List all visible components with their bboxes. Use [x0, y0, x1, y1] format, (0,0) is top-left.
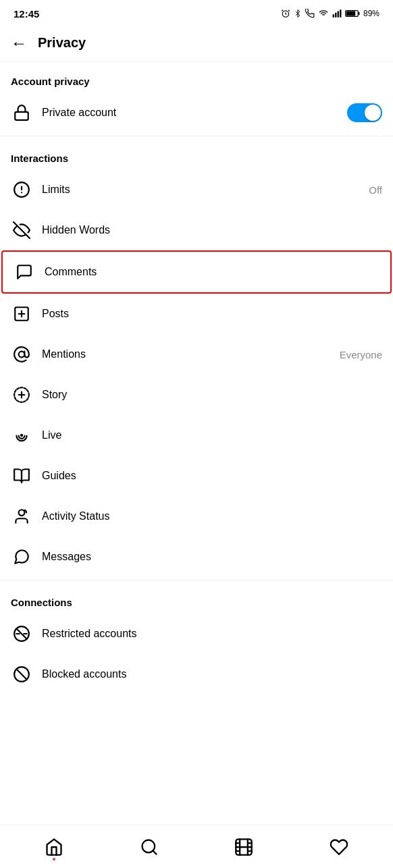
alarm-icon	[281, 9, 290, 18]
menu-item-blocked-accounts[interactable]: Blocked accounts	[0, 654, 393, 695]
menu-item-messages[interactable]: Messages	[0, 537, 393, 577]
blocked-accounts-label: Blocked accounts	[42, 668, 382, 680]
wifi-icon	[318, 9, 329, 18]
restricted-accounts-label: Restricted accounts	[42, 628, 382, 640]
hidden-words-icon	[11, 219, 32, 241]
svg-point-20	[21, 435, 22, 436]
svg-rect-6	[358, 12, 359, 15]
svg-rect-2	[335, 13, 336, 18]
divider-1	[0, 136, 393, 136]
comments-icon	[14, 261, 35, 283]
guides-label: Guides	[42, 470, 382, 482]
restricted-icon	[11, 623, 32, 645]
svg-rect-8	[15, 112, 28, 120]
bluetooth-icon	[294, 9, 302, 18]
menu-item-mentions[interactable]: Mentions Everyone	[0, 334, 393, 375]
status-time: 12:45	[14, 8, 39, 20]
svg-rect-3	[338, 11, 339, 18]
guides-icon	[11, 465, 32, 487]
section-interactions: Interactions	[0, 139, 393, 169]
live-label: Live	[42, 429, 382, 441]
back-button[interactable]: ←	[11, 34, 27, 53]
mentions-value: Everyone	[340, 349, 382, 360]
signal-icon	[332, 9, 342, 18]
toggle-on[interactable]	[347, 103, 382, 122]
nav-search[interactable]	[129, 831, 169, 863]
battery-icon	[345, 9, 360, 18]
nav-home[interactable]	[34, 831, 74, 863]
menu-item-activity-status[interactable]: Activity Status	[0, 496, 393, 537]
phone-icon	[305, 9, 315, 18]
private-account-toggle[interactable]	[347, 103, 382, 122]
activity-status-icon	[11, 506, 32, 527]
section-connections: Connections	[0, 583, 393, 614]
story-label: Story	[42, 389, 382, 401]
mentions-icon	[11, 344, 32, 365]
header: ← Privacy	[0, 24, 393, 62]
svg-rect-7	[346, 11, 356, 16]
limits-label: Limits	[42, 184, 369, 196]
mentions-label: Mentions	[42, 348, 340, 360]
svg-rect-4	[340, 9, 341, 18]
nav-reels[interactable]	[224, 831, 264, 863]
reels-icon	[234, 838, 253, 857]
svg-rect-1	[333, 14, 334, 18]
page-title: Privacy	[38, 35, 86, 51]
status-bar: 12:45 89%	[0, 0, 393, 24]
lock-icon	[11, 102, 32, 124]
menu-item-live[interactable]: Live	[0, 415, 393, 456]
battery-percent: 89%	[363, 9, 379, 18]
messages-label: Messages	[42, 551, 382, 563]
hidden-words-label: Hidden Words	[42, 224, 382, 236]
menu-item-guides[interactable]: Guides	[0, 456, 393, 496]
messages-icon	[11, 546, 32, 568]
section-account-privacy: Account privacy	[0, 62, 393, 92]
story-icon	[11, 384, 32, 406]
svg-point-16	[19, 352, 25, 358]
home-icon	[45, 838, 63, 857]
menu-item-private-account[interactable]: Private account	[0, 92, 393, 133]
menu-item-hidden-words[interactable]: Hidden Words	[0, 210, 393, 250]
posts-icon	[11, 303, 32, 325]
search-icon	[140, 838, 159, 857]
bottom-navigation	[0, 825, 393, 868]
menu-item-comments[interactable]: Comments	[1, 250, 392, 294]
comments-label: Comments	[45, 266, 379, 278]
nav-activity[interactable]	[319, 831, 359, 863]
svg-line-27	[153, 850, 156, 854]
content: Account privacy Private account Interact…	[0, 62, 393, 749]
svg-point-21	[19, 510, 25, 516]
menu-item-limits[interactable]: Limits Off	[0, 169, 393, 210]
limits-icon	[11, 179, 32, 200]
divider-2	[0, 580, 393, 580]
private-account-label: Private account	[42, 107, 347, 119]
svg-line-25	[16, 669, 26, 679]
live-icon	[11, 425, 32, 446]
blocked-icon	[11, 663, 32, 685]
status-icons: 89%	[281, 9, 379, 18]
limits-value: Off	[369, 184, 382, 196]
menu-item-restricted-accounts[interactable]: Restricted accounts	[0, 614, 393, 654]
menu-item-story[interactable]: Story	[0, 375, 393, 415]
home-active-dot	[53, 858, 55, 861]
activity-status-label: Activity Status	[42, 510, 382, 522]
heart-icon	[330, 838, 348, 857]
menu-item-posts[interactable]: Posts	[0, 294, 393, 334]
posts-label: Posts	[42, 308, 382, 320]
